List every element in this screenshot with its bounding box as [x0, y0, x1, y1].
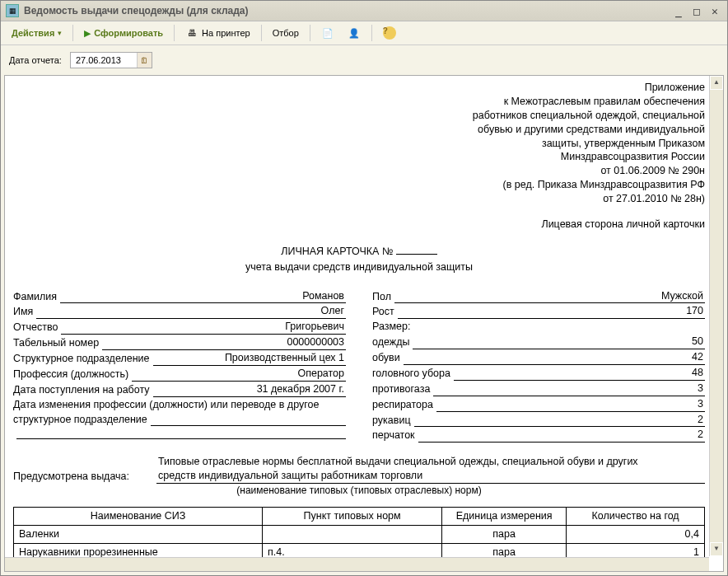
report-area: Приложение к Межотраслевым правилам обес…: [4, 75, 724, 572]
field-label: обуви: [372, 351, 400, 365]
multiline-label: Дата изменения профессии (должности) или…: [13, 398, 319, 412]
scroll-down-button[interactable]: ▼: [710, 542, 723, 556]
field-label: одежды: [372, 335, 409, 349]
header-line: обувью и другими средствами индивидуальн…: [13, 123, 705, 137]
field-value: 50: [413, 335, 705, 349]
issue-block: Типовые отраслевые нормы бесплатной выда…: [13, 455, 705, 497]
titlebar: ▦ Ведомость выдачи спецодежды (для склад…: [1, 1, 727, 21]
field-label: рукавиц: [372, 414, 411, 428]
field-label: Табельный номер: [13, 336, 99, 350]
vertical-scrollbar[interactable]: ▲ ▼: [709, 76, 723, 556]
field-value: Григорьевич: [61, 320, 346, 335]
actions-menu[interactable]: Действия ▾: [6, 26, 68, 40]
horizontal-scrollbar[interactable]: [5, 557, 709, 571]
field-label: противогаза: [372, 382, 430, 396]
col-header: Единица измерения: [442, 508, 567, 526]
window-title: Ведомость выдачи спецодежды (для склада): [24, 5, 671, 16]
form-label: Сформировать: [94, 28, 163, 38]
cell-name: Валенки: [14, 526, 263, 544]
filter-label: Отбор: [273, 28, 299, 38]
left-column: ФамилияРоманов ИмяОлег ОтчествоГригорьев…: [13, 289, 346, 444]
col-header: Наименование СИЗ: [14, 508, 263, 526]
help-icon: ?: [383, 26, 396, 40]
field-value: Производственный цех 1: [153, 351, 346, 366]
field-label: Рост: [372, 305, 394, 319]
header-line: защиты, утвержденным Приказом: [13, 137, 705, 151]
header-line: к Межотраслевым правилам обеспечения: [13, 95, 705, 109]
issue-prefix: Предусмотрена выдача:: [13, 470, 153, 484]
size-group-label: Размер:: [372, 320, 410, 334]
calendar-icon: 🗓: [140, 56, 148, 65]
tool-button-1[interactable]: 📄: [315, 24, 340, 42]
toolbar-separator: [371, 25, 372, 41]
card-side-label: Лицевая сторона личной карточки: [13, 218, 705, 232]
field-label: перчаток: [372, 428, 415, 443]
form-button[interactable]: ▶ Сформировать: [78, 26, 169, 41]
table-row: Валенки пара 0,4: [14, 526, 705, 544]
date-input-wrapper: 🗓: [70, 52, 152, 68]
date-label: Дата отчета:: [9, 55, 62, 65]
field-label: Имя: [13, 305, 33, 319]
field-value: 2: [418, 428, 705, 443]
header-line: (в ред. Приказа Минздравсоцразвития РФ: [13, 178, 705, 192]
minimize-button[interactable]: _: [671, 4, 686, 17]
play-icon: ▶: [84, 28, 91, 39]
field-label: Структурное подразделение: [13, 352, 150, 366]
tool-button-2[interactable]: 👤: [342, 24, 366, 42]
actions-label: Действия: [12, 28, 54, 38]
header-line: работников специальной одеждой, специаль…: [13, 109, 705, 123]
regulation-header: Приложение к Межотраслевым правилам обес…: [13, 81, 705, 206]
field-value: 3: [436, 397, 705, 412]
print-button[interactable]: 🖶 На принтер: [180, 24, 256, 42]
field-value: Оператор: [132, 367, 346, 382]
header-line: от 01.06.2009 № 290н: [13, 164, 705, 178]
right-column: ПолМужской Рост170 Размер: одежды50 обув…: [372, 289, 705, 444]
scroll-up-button[interactable]: ▲: [710, 76, 723, 90]
field-label: Отчество: [13, 321, 58, 335]
field-value-empty: [16, 427, 346, 439]
field-value: 42: [404, 350, 705, 365]
toolbar-separator: [310, 25, 310, 41]
document-subtitle: учета выдачи средств индивидуальной защи…: [13, 260, 705, 274]
header-line: Минздравсоцразвития России: [13, 150, 705, 164]
toolbar-separator: [261, 25, 262, 41]
header-line: Приложение: [13, 81, 705, 95]
close-button[interactable]: ✕: [707, 4, 722, 17]
header-line: от 27.01.2010 № 28н): [13, 192, 705, 206]
cell-punkt: [263, 526, 442, 544]
field-value: Мужской: [394, 289, 705, 304]
field-value: Олег: [36, 304, 346, 319]
issue-line1: Типовые отраслевые нормы бесплатной выда…: [156, 455, 705, 469]
field-label: Пол: [372, 290, 391, 304]
document-title: ЛИЧНАЯ КАРТОЧКА №: [13, 243, 705, 259]
issue-line2: средств индивидуальной защиты работникам…: [156, 469, 705, 484]
field-value: 3: [433, 382, 705, 396]
toolbar-separator: [174, 25, 175, 41]
card-number-blank: [396, 243, 437, 255]
dropdown-icon: ▾: [58, 29, 62, 37]
filter-button[interactable]: Отбор: [267, 26, 305, 40]
calendar-button[interactable]: 🗓: [137, 53, 152, 68]
maximize-button[interactable]: □: [689, 4, 704, 17]
toolbar: Действия ▾ ▶ Сформировать 🖶 На принтер О…: [1, 21, 727, 45]
help-button[interactable]: ?: [377, 24, 402, 42]
print-label: На принтер: [202, 28, 250, 38]
cell-qty: 0,4: [567, 526, 705, 544]
field-value: 170: [398, 304, 705, 319]
table-header-row: Наименование СИЗ Пункт типовых норм Един…: [14, 508, 705, 526]
report-date-input[interactable]: [71, 54, 137, 67]
issue-note: (наименование типовых (типовых отраслевы…: [13, 484, 705, 497]
page-icon: 📄: [321, 26, 334, 40]
toolbar-separator: [72, 25, 73, 41]
col-header: Пункт типовых норм: [263, 508, 442, 526]
app-icon: ▦: [6, 4, 19, 17]
user-icon: 👤: [348, 26, 361, 40]
field-value: 48: [454, 366, 705, 381]
doc-title-prefix: ЛИЧНАЯ КАРТОЧКА №: [281, 246, 396, 257]
field-value: 0000000003: [102, 335, 346, 350]
field-label: Профессия (должность): [13, 368, 128, 382]
field-value: Романов: [60, 289, 346, 304]
cell-unit: пара: [442, 526, 567, 544]
field-label: Дата поступления на работу: [13, 383, 150, 397]
params-bar: Дата отчета: 🗓: [1, 45, 727, 75]
